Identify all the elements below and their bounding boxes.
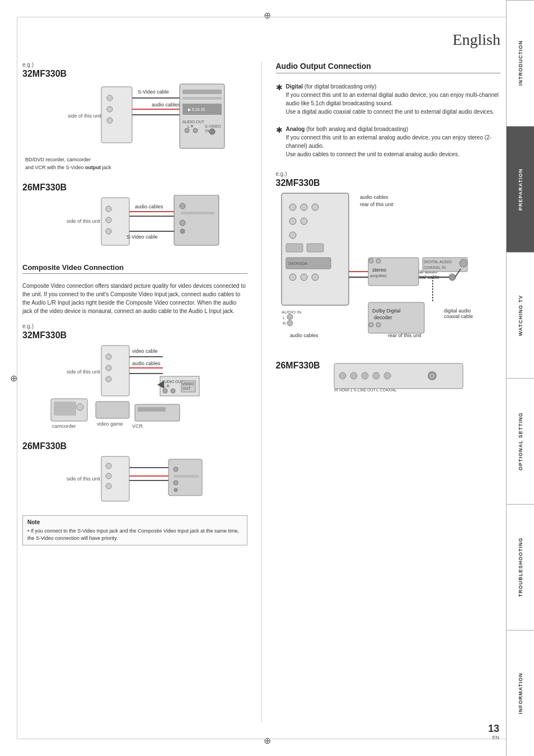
svg-point-16 [185, 128, 189, 133]
svg-point-30 [180, 203, 185, 209]
analog-body2: Use audio cables to connect the unit to … [286, 151, 460, 157]
svg-point-84 [289, 232, 296, 239]
svg-point-131 [428, 372, 436, 380]
svg-point-83 [301, 218, 307, 225]
svg-text:S-Video cable: S-Video cable [127, 234, 158, 240]
diagram-composite-26: side of this unit [22, 454, 247, 504]
svg-text:IR  HDMI 1    S-LINE OUT-L    : IR HDMI 1 S-LINE OUT-L COAXIAL [334, 388, 397, 392]
eg-label-top: e.g.) [22, 62, 247, 68]
svg-rect-10 [182, 90, 222, 94]
note-text: • If you connect to the S-Video Input ja… [27, 528, 242, 542]
svg-point-1 [107, 95, 113, 101]
svg-point-108 [369, 259, 373, 263]
svg-text:rear of this unit: rear of this unit [388, 333, 421, 338]
svg-point-66 [106, 463, 111, 469]
diagram-audio-32: DATA/SDA audio cables rear of this unit … [276, 190, 501, 358]
svg-text:rear of this unit: rear of this unit [360, 202, 394, 207]
digital-star: ✱ [276, 82, 283, 116]
svg-rect-29 [174, 195, 219, 245]
svg-point-127 [350, 372, 357, 379]
model-32mf330b-audio: 32MF330B [276, 178, 501, 188]
svg-point-2 [107, 106, 113, 112]
svg-text:audio cables: audio cables [135, 204, 163, 209]
svg-point-33 [180, 229, 185, 234]
svg-point-91 [312, 274, 318, 281]
svg-text:S-Video cable: S-Video cable [138, 89, 169, 95]
svg-text:OUT: OUT [182, 386, 191, 390]
svg-text:video game: video game [97, 421, 123, 427]
svg-text:R: R [283, 321, 286, 326]
eg-label-audio: e.g.) [276, 171, 501, 177]
svg-point-51 [171, 389, 175, 393]
svg-point-58 [77, 404, 83, 410]
diagram-composite-32: video cable audio cables side of this un… [22, 343, 247, 432]
svideo-section-top: e.g.) 32MF330B S-Video cable [22, 62, 247, 175]
page-border-left [17, 17, 17, 739]
audio-output-heading: Audio Output Connection [276, 62, 501, 73]
svg-text:L: L [283, 315, 285, 320]
svg-rect-86 [307, 244, 324, 252]
model-32mf330b-top: 32MF330B [22, 69, 247, 79]
svg-text:audio cables: audio cables [360, 194, 388, 200]
analog-star: ✱ [276, 125, 283, 158]
note-title: Note [27, 519, 242, 525]
svg-point-89 [289, 274, 296, 281]
svg-point-68 [106, 483, 111, 489]
analog-body1: If you connect this unit to an external … [286, 134, 491, 149]
svg-point-23 [106, 206, 111, 212]
svg-point-39 [106, 365, 111, 371]
svg-point-90 [301, 274, 307, 281]
tab-information[interactable]: INFORMATION [507, 630, 534, 756]
digital-body1: If you connect this unit to an external … [286, 92, 499, 106]
svg-rect-37 [101, 346, 129, 396]
svg-rect-85 [286, 244, 303, 252]
svg-text:digital audio: digital audio [444, 308, 471, 314]
tab-preparation[interactable]: PREPARATION [507, 126, 534, 252]
svg-point-73 [174, 467, 178, 472]
svg-point-128 [362, 372, 368, 379]
left-column: e.g.) 32MF330B S-Video cable [22, 62, 247, 722]
svg-text:S-VIDEO: S-VIDEO [205, 124, 221, 128]
tab-watching-tv[interactable]: WATCHING TV [507, 252, 534, 378]
svg-text:audio cables: audio cables [132, 361, 161, 366]
right-column: Audio Output Connection ✱ Digital (for d… [276, 62, 501, 722]
svg-point-126 [339, 372, 346, 379]
svg-point-113 [460, 259, 467, 267]
digital-qualifier: (for digital broadcasting only) [305, 83, 376, 90]
tab-introduction[interactable]: INTRODUCTION [507, 0, 534, 126]
svg-point-119 [376, 323, 381, 327]
composite-section: e.g.) 32MF330B video cable audio cables [22, 323, 247, 435]
svg-text:VIDEO: VIDEO [182, 382, 194, 386]
svg-rect-0 [101, 87, 132, 143]
svg-text:L    R: L R [163, 384, 170, 388]
svg-point-3 [107, 118, 113, 123]
tab-optional-setting[interactable]: OPTIONAL SETTING [507, 378, 534, 504]
model-26mf330b-composite: 26MF330B [22, 441, 247, 451]
svg-point-102 [287, 320, 293, 326]
svg-text:amplifier: amplifier [370, 273, 387, 278]
composite-section-26: 26MF330B side of this unit [22, 441, 247, 506]
svg-point-38 [106, 354, 111, 360]
page-number: 13 [488, 723, 499, 735]
svg-text:video cable: video cable [132, 348, 158, 354]
svg-point-82 [289, 218, 296, 225]
reg-mark-top: ⊕ [264, 10, 271, 21]
svg-text:side of this unit: side of this unit [67, 218, 101, 224]
svg-rect-11 [182, 97, 222, 100]
audio-diagram-section: e.g.) 32MF330B DATA/SDA [276, 171, 501, 395]
device-label: BD/DVD recorder, camcorderand VCR with t… [25, 156, 247, 171]
svg-point-75 [174, 480, 178, 485]
svg-text:side of this unit: side of this unit [67, 369, 101, 375]
tab-troubleshooting[interactable]: TROUBLESHOOTING [507, 504, 534, 630]
svg-point-32 [180, 220, 185, 226]
svg-text:side of this unit: side of this unit [67, 476, 101, 482]
model-26mf330b-top: 26MF330B [22, 183, 247, 193]
digital-title: Digital [286, 83, 303, 90]
svideo-section-26: 26MF330B audio cables [22, 183, 247, 253]
svg-text:camcorder: camcorder [52, 423, 76, 429]
svg-point-130 [384, 372, 391, 379]
composite-body-text: Composite Video connection offers standa… [22, 282, 247, 315]
svg-text:DIGITAL AUDIO: DIGITAL AUDIO [424, 260, 452, 264]
svg-text:decoder: decoder [374, 315, 392, 320]
svg-text:audio cables: audio cables [152, 102, 180, 108]
